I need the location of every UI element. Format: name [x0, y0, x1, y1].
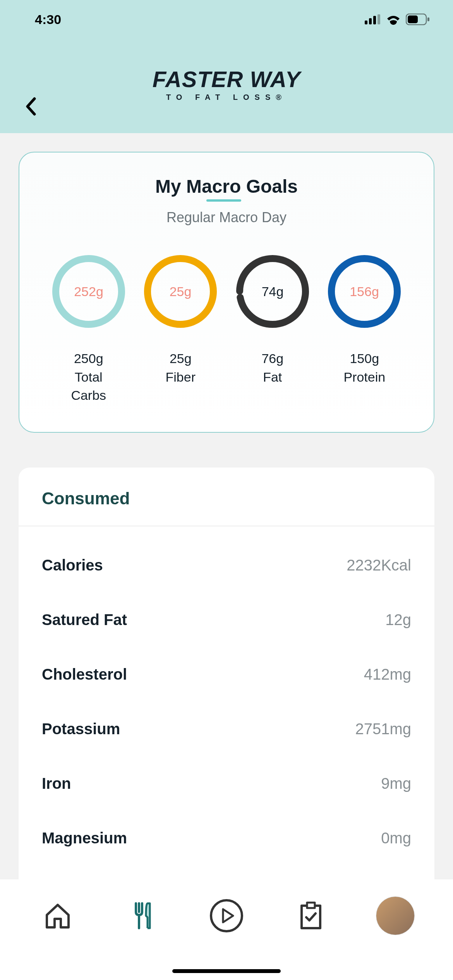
- battery-icon: [406, 14, 430, 25]
- svg-point-4: [392, 22, 395, 25]
- status-time: 4:30: [35, 12, 61, 27]
- content-scroll[interactable]: My Macro Goals Regular Macro Day 252g 25…: [0, 133, 453, 879]
- tab-checklist[interactable]: [292, 896, 330, 935]
- tab-food[interactable]: [123, 896, 161, 935]
- consumed-row: Zinc 0mg: [42, 865, 411, 879]
- macro-goals-card: My Macro Goals Regular Macro Day 252g 25…: [19, 152, 434, 433]
- consumed-row: Iron 9mg: [42, 756, 411, 811]
- macro-ring-item: 156g 150gProtein: [319, 253, 411, 405]
- consumed-row: Magnesium 0mg: [42, 811, 411, 865]
- macro-goal-label: 25gFiber: [166, 350, 196, 386]
- svg-point-12: [211, 900, 242, 931]
- consumed-value: 2751mg: [355, 720, 411, 738]
- consumed-card: Consumed Calories 2232Kcal Satured Fat 1…: [19, 468, 434, 879]
- tab-bar: [0, 879, 453, 980]
- status-icons: [365, 14, 430, 25]
- svg-rect-7: [408, 15, 418, 23]
- svg-rect-1: [369, 18, 372, 24]
- consumed-label: Cholesterol: [42, 666, 127, 683]
- svg-rect-3: [378, 14, 380, 24]
- consumed-value: 2232Kcal: [347, 557, 411, 574]
- clipboard-check-icon: [295, 900, 326, 931]
- macro-current-value: 74g: [261, 284, 283, 299]
- home-icon: [42, 900, 73, 931]
- macro-ring-item: 74g 76gFat: [226, 253, 319, 405]
- consumed-label: Potassium: [42, 720, 120, 738]
- macro-ring-item: 252g 250gTotalCarbs: [43, 253, 135, 405]
- macro-rings-row: 252g 250gTotalCarbs 25g 25gFiber 74g 76g…: [39, 253, 414, 405]
- consumed-value: 9mg: [381, 775, 411, 792]
- macro-current-value: 25g: [170, 284, 192, 299]
- macro-goals-title: My Macro Goals: [155, 176, 298, 197]
- status-bar: 4:30: [0, 0, 453, 39]
- consumed-value: 12g: [385, 611, 411, 629]
- tab-profile[interactable]: [376, 896, 415, 935]
- progress-ring-icon: 25g: [142, 253, 219, 330]
- macro-current-value: 252g: [74, 284, 103, 299]
- consumed-label: Satured Fat: [42, 611, 127, 629]
- consumed-label: Magnesium: [42, 829, 127, 847]
- avatar: [376, 896, 415, 935]
- macro-current-value: 156g: [350, 284, 379, 299]
- progress-ring-icon: 252g: [50, 253, 127, 330]
- macro-ring-item: 25g 25gFiber: [135, 253, 227, 405]
- tab-home[interactable]: [38, 896, 77, 935]
- macro-goal-label: 250gTotalCarbs: [71, 350, 106, 405]
- progress-ring-icon: 156g: [326, 253, 403, 330]
- consumed-title: Consumed: [42, 489, 411, 508]
- app-logo: FASTER WAY TO FAT LOSS®: [153, 66, 301, 102]
- back-button[interactable]: [19, 95, 43, 118]
- cellular-icon: [365, 14, 381, 24]
- consumed-label: Iron: [42, 775, 71, 792]
- consumed-label: Calories: [42, 557, 103, 574]
- svg-rect-2: [373, 16, 376, 24]
- tab-play[interactable]: [207, 896, 246, 935]
- wifi-icon: [386, 14, 401, 25]
- consumed-row: Satured Fat 12g: [42, 593, 411, 647]
- macro-goal-label: 150gProtein: [343, 350, 385, 386]
- macro-goals-subtitle: Regular Macro Day: [39, 209, 414, 226]
- svg-marker-13: [223, 909, 233, 922]
- progress-ring-icon: 74g: [234, 253, 311, 330]
- consumed-row: Potassium 2751mg: [42, 702, 411, 756]
- logo-sub-text: TO FAT LOSS®: [166, 93, 287, 102]
- macro-goal-label: 76gFat: [261, 350, 283, 386]
- fork-knife-icon: [127, 900, 158, 931]
- consumed-list: Calories 2232Kcal Satured Fat 12g Choles…: [19, 526, 434, 879]
- consumed-row: Calories 2232Kcal: [42, 538, 411, 593]
- consumed-row: Cholesterol 412mg: [42, 647, 411, 702]
- svg-rect-0: [365, 21, 367, 24]
- home-indicator: [172, 969, 281, 973]
- play-circle-icon: [209, 898, 244, 933]
- consumed-value: 412mg: [364, 666, 411, 683]
- consumed-header: Consumed: [19, 468, 434, 526]
- chevron-left-icon: [25, 97, 37, 116]
- logo-main-text: FASTER WAY: [153, 66, 301, 92]
- svg-rect-6: [427, 17, 429, 21]
- svg-rect-15: [307, 903, 315, 908]
- consumed-value: 0mg: [381, 829, 411, 847]
